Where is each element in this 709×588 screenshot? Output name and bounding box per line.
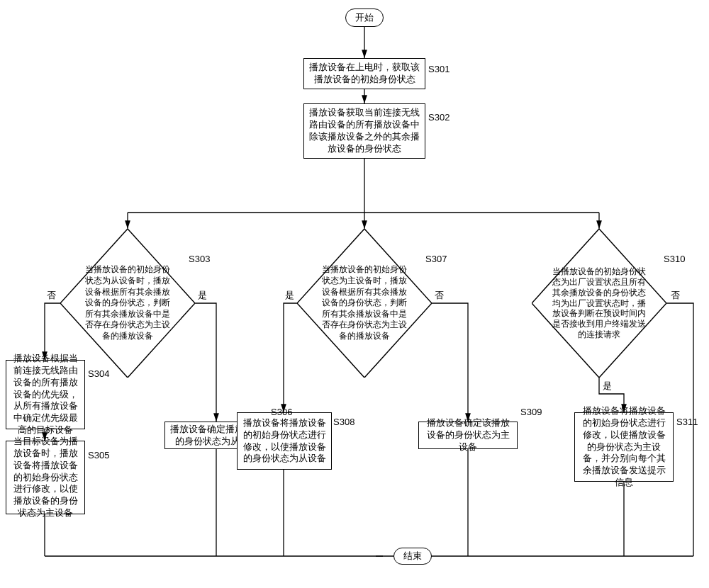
decision-s307-text: 当播放设备的初始身份状态为主设备时，播放设备根据所有其余播放设备的身份状态，判断…: [321, 264, 408, 341]
step-s307-label: S307: [425, 254, 447, 264]
decision-s303: 当播放设备的初始身份状态为从设备时，播放设备根据所有其余播放设备的身份状态，判断…: [60, 229, 195, 378]
decision-s303-text: 当播放设备的初始身份状态为从设备时，播放设备根据所有其余播放设备的身份状态，判断…: [84, 264, 171, 341]
step-s309-label: S309: [520, 407, 542, 417]
step-s301: 播放设备在上电时，获取该播放设备的初始身份状态: [303, 58, 425, 89]
s307-yes: 是: [285, 289, 294, 302]
s303-no: 否: [47, 289, 56, 302]
step-s304-text: 播放设备根据当前连接无线路由设备的所有播放设备的优先级，从所有播放设备中确定优先…: [11, 353, 80, 436]
step-s304: 播放设备根据当前连接无线路由设备的所有播放设备的优先级，从所有播放设备中确定优先…: [6, 360, 85, 429]
start-label: 开始: [355, 11, 374, 24]
start-terminator: 开始: [345, 9, 384, 27]
decision-s307: 当播放设备的初始身份状态为主设备时，播放设备根据所有其余播放设备的身份状态，判断…: [297, 229, 432, 378]
step-s302: 播放设备获取当前连接无线路由设备的所有播放设备中除该播放设备之外的其余播放设备的…: [303, 103, 425, 159]
step-s311-text: 播放设备将播放设备的初始身份状态进行修改，以使播放设备的身份状态为主设备，并分别…: [579, 405, 669, 489]
step-s305-text: 当目标设备为播放设备时，播放设备将播放设备的初始身份状态进行修改，以使播放设备的…: [11, 436, 80, 519]
step-s309: 播放设备确定该播放设备的身份状态为主设备: [418, 422, 518, 449]
step-s311: 播放设备将播放设备的初始身份状态进行修改，以使播放设备的身份状态为主设备，并分别…: [574, 412, 674, 482]
step-s301-text: 播放设备在上电时，获取该播放设备的初始身份状态: [308, 62, 420, 86]
step-s302-text: 播放设备获取当前连接无线路由设备的所有播放设备中除该播放设备之外的其余播放设备的…: [308, 107, 420, 155]
s307-no: 否: [435, 289, 444, 302]
step-s310-label: S310: [664, 254, 685, 264]
step-s309-text: 播放设备确定该播放设备的身份状态为主设备: [423, 417, 513, 453]
decision-s310: 当播放设备的初始身份状态为出厂设置状态且所有其余播放设备的身份状态均为出厂设置状…: [532, 229, 666, 378]
step-s305: 当目标设备为播放设备时，播放设备将播放设备的初始身份状态进行修改，以使播放设备的…: [6, 441, 85, 514]
step-s308-label: S308: [333, 417, 354, 427]
s310-yes: 是: [603, 380, 612, 392]
step-s304-label: S304: [88, 368, 109, 379]
step-s306-label: S306: [271, 407, 292, 417]
step-s308-text: 播放设备将播放设备的初始身份状态进行修改，以使播放设备的身份状态为从设备: [242, 417, 327, 465]
end-terminator: 结束: [393, 548, 432, 565]
step-s311-label: S311: [676, 417, 698, 427]
step-s305-label: S305: [88, 450, 109, 460]
step-s308: 播放设备将播放设备的初始身份状态进行修改，以使播放设备的身份状态为从设备: [237, 412, 332, 470]
s303-yes: 是: [198, 289, 207, 302]
s310-no: 否: [671, 289, 680, 302]
step-s303-label: S303: [189, 254, 210, 264]
end-label: 结束: [403, 550, 422, 562]
step-s302-label: S302: [428, 112, 450, 123]
step-s301-label: S301: [428, 64, 450, 74]
decision-s310-text: 当播放设备的初始身份状态为出厂设置状态且所有其余播放设备的身份状态均为出厂设置状…: [551, 266, 648, 341]
